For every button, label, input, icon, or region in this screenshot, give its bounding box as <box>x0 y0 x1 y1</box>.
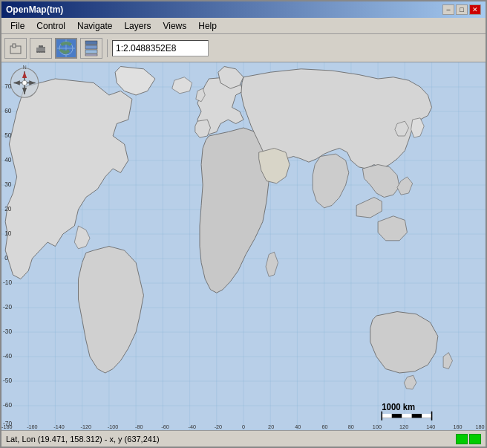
svg-rect-14 <box>85 54 97 56</box>
svg-rect-63 <box>402 414 411 418</box>
svg-text:10: 10 <box>4 230 11 237</box>
svg-text:-20: -20 <box>215 423 222 430</box>
window-controls: – □ ✕ <box>442 4 481 15</box>
svg-rect-13 <box>85 50 97 53</box>
svg-text:N: N <box>22 64 26 71</box>
menu-file[interactable]: File <box>4 19 30 33</box>
status-led-1 <box>456 434 468 444</box>
svg-point-58 <box>22 80 27 85</box>
menu-views[interactable]: Views <box>157 19 192 33</box>
scale-input[interactable] <box>112 40 209 56</box>
svg-text:70: 70 <box>4 82 11 90</box>
menu-navigate[interactable]: Navigate <box>71 19 118 33</box>
svg-rect-64 <box>422 414 431 418</box>
status-bar: Lat, Lon (19.471, 158.312) - x, y (637,2… <box>1 430 486 447</box>
svg-text:-50: -50 <box>3 377 12 384</box>
svg-rect-6 <box>36 48 45 51</box>
menu-help[interactable]: Help <box>192 19 223 33</box>
map-svg: N 1000 km 70 60 50 40 30 20 10 <box>1 62 486 430</box>
layers-icon <box>85 40 98 56</box>
svg-text:-60: -60 <box>161 423 169 430</box>
layers-button[interactable] <box>80 38 102 59</box>
svg-text:-30: -30 <box>3 328 12 335</box>
svg-text:60: 60 <box>322 423 328 430</box>
svg-rect-62 <box>382 414 391 418</box>
status-led-2 <box>469 434 481 444</box>
svg-text:-160: -160 <box>27 423 37 430</box>
toolbar-separator <box>107 39 108 57</box>
svg-text:-120: -120 <box>81 423 91 430</box>
svg-text:0: 0 <box>242 423 245 430</box>
main-window: OpenMap(tm) – □ ✕ File Control Navigate … <box>0 0 487 448</box>
back-icon <box>9 42 22 55</box>
svg-rect-1 <box>13 44 16 48</box>
svg-text:120: 120 <box>399 423 408 430</box>
svg-text:-60: -60 <box>3 401 12 409</box>
svg-text:60: 60 <box>4 107 11 114</box>
window-title: OpenMap(tm) <box>6 4 63 15</box>
svg-text:-40: -40 <box>3 352 12 360</box>
svg-text:-80: -80 <box>135 423 143 430</box>
svg-text:-40: -40 <box>188 423 195 430</box>
menu-layers[interactable]: Layers <box>118 19 157 33</box>
toolbar <box>1 34 486 62</box>
map-button[interactable] <box>55 38 77 59</box>
svg-text:1000 km: 1000 km <box>382 401 415 411</box>
svg-text:180: 180 <box>476 423 485 430</box>
menu-bar: File Control Navigate Layers Views Help <box>1 18 486 34</box>
status-indicators <box>456 434 481 444</box>
svg-text:30: 30 <box>4 181 11 188</box>
maximize-button[interactable]: □ <box>456 4 468 15</box>
title-bar: OpenMap(tm) – □ ✕ <box>1 1 486 18</box>
svg-text:-10: -10 <box>3 279 12 286</box>
svg-text:-20: -20 <box>3 303 12 311</box>
minimize-button[interactable]: – <box>442 4 454 15</box>
svg-text:40: 40 <box>4 156 11 163</box>
map-icon <box>56 39 76 58</box>
svg-text:160: 160 <box>454 423 463 430</box>
svg-text:100: 100 <box>373 423 382 430</box>
coordinates-text: Lat, Lon (19.471, 158.312) - x, y (637,2… <box>6 435 160 444</box>
svg-rect-12 <box>85 45 97 49</box>
svg-text:-140: -140 <box>53 423 64 430</box>
back-button[interactable] <box>4 38 27 59</box>
hand-tool-button[interactable] <box>30 38 52 59</box>
svg-text:140: 140 <box>426 423 435 430</box>
menu-control[interactable]: Control <box>30 19 71 33</box>
svg-rect-11 <box>85 41 97 45</box>
svg-text:0: 0 <box>4 254 8 262</box>
svg-text:20: 20 <box>4 205 11 212</box>
svg-text:-100: -100 <box>108 423 118 430</box>
svg-text:20: 20 <box>268 423 274 430</box>
map-area[interactable]: N 1000 km 70 60 50 40 30 20 10 <box>1 62 486 430</box>
close-button[interactable]: ✕ <box>469 4 481 15</box>
svg-text:50: 50 <box>4 132 11 139</box>
svg-text:80: 80 <box>348 423 354 430</box>
hand-icon <box>34 42 48 55</box>
svg-text:40: 40 <box>295 423 301 430</box>
svg-text:-180: -180 <box>1 423 12 430</box>
